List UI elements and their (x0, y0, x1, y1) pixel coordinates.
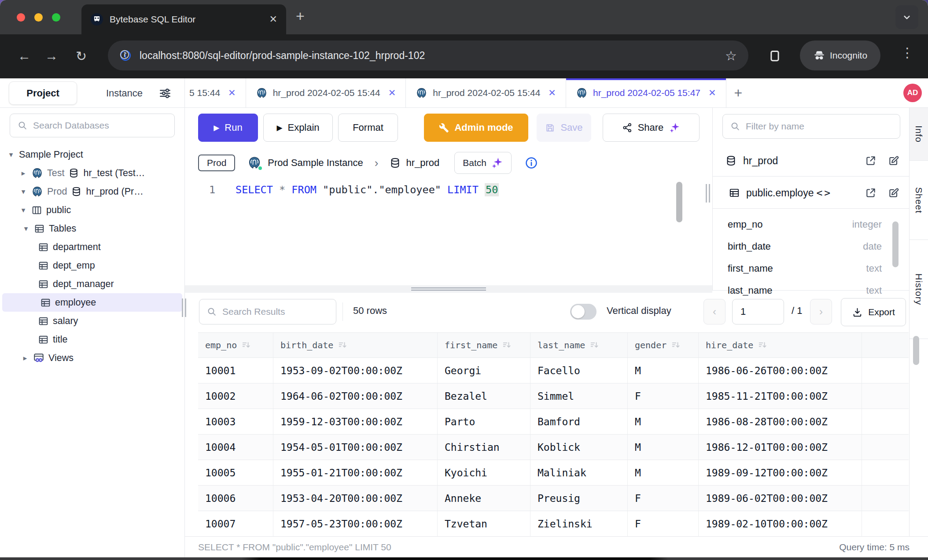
cell[interactable]: 10003 (198, 409, 273, 434)
cell[interactable]: Kyoichi (438, 460, 530, 485)
browser-tab[interactable]: Bytebase SQL Editor ✕ (81, 4, 286, 34)
cell[interactable]: 1964-06-02T00:00:00Z (273, 383, 438, 409)
column-header[interactable]: first_name (438, 333, 530, 357)
query-tab-2[interactable]: hr_prod 2024-02-05 15:44 ✕ (406, 78, 566, 107)
cell[interactable]: 10002 (198, 383, 273, 409)
cell[interactable]: 10006 (198, 486, 273, 511)
table-row[interactable]: 10003 1959-12-03T00:00:00Z Parto Bamford… (198, 409, 909, 435)
tree-item-hr-test[interactable]: ▸ Test hr_test (Test… (0, 164, 184, 182)
tree-item-title[interactable]: title (0, 330, 184, 349)
schema-table-row[interactable]: public.employe <> (729, 177, 899, 208)
edit-icon[interactable] (888, 187, 899, 199)
cell[interactable]: Anneke (438, 486, 530, 511)
edit-icon[interactable] (888, 155, 899, 166)
prev-page-button[interactable]: ‹ (703, 299, 725, 324)
caret-down-icon[interactable]: ▾ (7, 150, 15, 159)
sidebar-settings-icon[interactable] (158, 86, 172, 100)
table-row[interactable]: 10006 1953-04-20T00:00:00Z Anneke Preusi… (198, 486, 909, 511)
cell[interactable]: Bezalel (438, 383, 530, 409)
sql-editor[interactable]: 1 SELECT * FROM "public"."employee" LIMI… (185, 178, 695, 285)
url-bar[interactable]: localhost:8080/sql-editor/prod-sample-in… (108, 41, 748, 70)
cell[interactable]: 1985-11-21T00:00:00Z (699, 383, 862, 409)
schema-column-row[interactable]: emp_no integer (728, 214, 882, 236)
cell[interactable]: F (628, 511, 699, 536)
query-tab-3-active[interactable]: hr_prod 2024-02-05 15:47 ✕ (566, 78, 726, 107)
close-icon[interactable]: ✕ (548, 88, 556, 98)
code-icon[interactable]: <> (816, 187, 832, 199)
cell[interactable]: Parto (438, 409, 530, 434)
cell[interactable]: 1953-09-02T00:00:00Z (273, 358, 438, 383)
format-button[interactable]: Format (338, 114, 398, 142)
rail-tab-info[interactable]: Info (910, 108, 928, 161)
table-row[interactable]: 10007 1957-05-23T00:00:00Z Tzvetan Zieli… (198, 511, 909, 537)
schema-database-row[interactable]: hr_prod (725, 146, 899, 176)
caret-down-icon[interactable]: ▾ (19, 187, 27, 196)
user-avatar[interactable]: AD (903, 84, 922, 102)
info-icon[interactable] (525, 156, 538, 169)
table-row[interactable]: 10005 1955-01-21T00:00:00Z Kyoichi Malin… (198, 460, 909, 486)
side-panel-icon[interactable] (768, 49, 781, 63)
schema-scrollbar[interactable] (892, 221, 899, 267)
browser-tab-close-icon[interactable]: ✕ (269, 14, 277, 25)
tree-item-hr-prod[interactable]: ▾ Prod hr_prod (Pr… (0, 182, 184, 201)
panel-resize-handle[interactable] (705, 184, 711, 204)
cell[interactable]: M (628, 435, 699, 460)
tree-item-tables[interactable]: ▾ Tables (0, 219, 184, 238)
caret-right-icon[interactable]: ▸ (21, 354, 29, 363)
add-query-tab-button[interactable]: + (734, 85, 743, 101)
new-tab-button[interactable]: + (296, 7, 305, 25)
tree-item-department[interactable]: department (0, 238, 184, 256)
schema-column-row[interactable]: first_name text (728, 258, 882, 280)
search-results-input[interactable]: Search Results (199, 299, 336, 324)
cell[interactable]: M (628, 460, 699, 485)
external-link-icon[interactable] (865, 155, 876, 166)
save-button[interactable]: Save (537, 114, 591, 142)
column-header[interactable]: hire_date (699, 333, 862, 357)
cell[interactable]: 10001 (198, 358, 273, 383)
cell[interactable]: 1955-01-21T00:00:00Z (273, 460, 438, 485)
traffic-minimize-button[interactable] (34, 13, 43, 22)
caret-right-icon[interactable]: ▸ (19, 169, 27, 178)
cell[interactable]: Tzvetan (438, 511, 530, 536)
close-icon[interactable]: ✕ (388, 88, 396, 98)
cell[interactable]: M (628, 409, 699, 434)
sort-icon[interactable] (671, 340, 681, 350)
admin-mode-button[interactable]: Admin mode (424, 114, 528, 142)
column-header[interactable]: birth_date (273, 333, 438, 357)
page-number-input[interactable] (732, 299, 784, 324)
cell[interactable]: Koblick (530, 435, 628, 460)
instance-name[interactable]: Prod Sample Instance (268, 157, 363, 169)
cell[interactable]: 1954-05-01T00:00:00Z (273, 435, 438, 460)
tree-item-public[interactable]: ▾ public (0, 201, 184, 219)
vertical-display-toggle[interactable] (570, 304, 597, 320)
sort-icon[interactable] (338, 340, 347, 350)
query-tab-1[interactable]: hr_prod 2024-02-05 15:44 ✕ (246, 78, 406, 107)
site-info-icon[interactable] (119, 49, 132, 62)
external-link-icon[interactable] (865, 187, 876, 199)
tree-item-employee[interactable]: employee (2, 293, 182, 312)
cell[interactable]: 10007 (198, 511, 273, 536)
cell[interactable]: F (628, 486, 699, 511)
schema-column-row[interactable]: birth_date date (728, 236, 882, 258)
next-page-button[interactable]: › (810, 299, 832, 324)
tree-item-salary[interactable]: salary (0, 312, 184, 330)
cell[interactable]: 1957-05-23T00:00:00Z (273, 511, 438, 536)
browser-menu-icon[interactable]: ⋮ (901, 45, 914, 60)
editor-scrollbar[interactable] (676, 182, 682, 222)
results-scrollbar[interactable] (913, 336, 919, 365)
caret-down-icon[interactable]: ▾ (19, 206, 27, 215)
tree-item-sample-project[interactable]: ▾ Sample Project (0, 145, 184, 164)
cell[interactable]: 1986-12-01T00:00:00Z (699, 435, 862, 460)
cell[interactable]: 1989-02-10T00:00:00Z (699, 511, 862, 536)
cell[interactable]: M (628, 358, 699, 383)
query-tab-0[interactable]: 5 15:44 ✕ (185, 78, 246, 107)
sort-icon[interactable] (589, 340, 599, 350)
sort-icon[interactable] (241, 340, 251, 350)
cell[interactable]: Zielinski (530, 511, 628, 536)
bookmark-star-icon[interactable]: ☆ (725, 48, 737, 63)
cell[interactable]: 1959-12-03T00:00:00Z (273, 409, 438, 434)
run-button[interactable]: ▶ Run (198, 114, 258, 142)
share-button[interactable]: Share (603, 114, 700, 142)
cell[interactable]: Facello (530, 358, 628, 383)
reload-icon[interactable]: ↻ (76, 48, 87, 64)
